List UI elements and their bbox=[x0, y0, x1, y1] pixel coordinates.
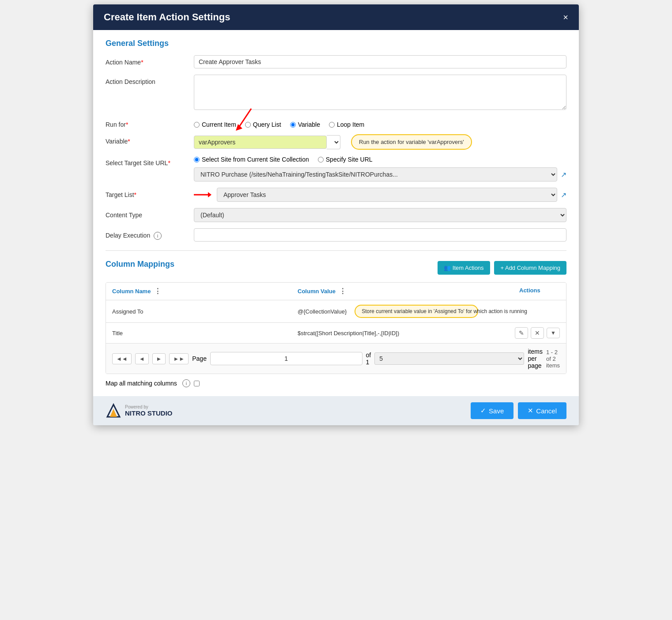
target-list-control: Approver Tasks ↗ bbox=[194, 188, 566, 202]
person-icon: 👥 bbox=[444, 265, 451, 271]
map-all-info-icon[interactable]: i bbox=[182, 379, 190, 387]
general-settings-title: General Settings bbox=[106, 39, 566, 48]
cancel-button[interactable]: ✕ Cancel bbox=[518, 402, 566, 419]
x-icon: ✕ bbox=[528, 407, 533, 415]
action-desc-row: Action Description bbox=[106, 75, 566, 111]
logo-text: Powered by NITRO STUDIO bbox=[125, 405, 173, 417]
items-per-page-label: items per page bbox=[528, 348, 542, 369]
variable-row: Variable* varApprovers bbox=[106, 134, 566, 150]
assigned-to-col-value: @{CollectionValue} Store current variabl… bbox=[291, 300, 513, 322]
title-col-value: $strcat([Short Description|Title],-,[ID|… bbox=[291, 325, 509, 341]
svg-marker-3 bbox=[208, 192, 211, 197]
first-page-button[interactable]: ◄◄ bbox=[112, 353, 132, 364]
col-name-header: Column Name ⋮ bbox=[106, 283, 291, 300]
title-col-name: Title bbox=[106, 325, 291, 341]
assigned-to-col-name: Assigned To bbox=[106, 304, 291, 319]
logo-area: Powered by NITRO STUDIO bbox=[106, 403, 173, 419]
delay-info-icon[interactable]: i bbox=[154, 232, 162, 240]
target-site-control: Select Site from Current Site Collection… bbox=[194, 156, 566, 181]
variable-control: varApprovers Run the action for variable… bbox=[194, 134, 566, 150]
column-mappings-table: Column Name ⋮ Column Value ⋮ Actions Ass… bbox=[106, 282, 566, 374]
site-external-link-icon[interactable]: ↗ bbox=[561, 170, 566, 179]
action-name-input[interactable] bbox=[194, 55, 566, 68]
col-actions-header: Actions bbox=[513, 283, 566, 300]
assigned-to-tooltip: Store current variable value in 'Assigne… bbox=[355, 305, 478, 318]
col-name-menu-icon[interactable]: ⋮ bbox=[154, 287, 161, 295]
target-list-select[interactable]: Approver Tasks bbox=[217, 188, 557, 202]
run-for-row: Run for* Current Item Query List Variabl… bbox=[106, 117, 566, 128]
map-all-checkbox[interactable] bbox=[194, 381, 200, 386]
site-url-select[interactable]: NITRO Purchase (/sites/NehaTraining/Test… bbox=[194, 167, 557, 181]
page-label: Page bbox=[192, 355, 207, 362]
delay-execution-row: Delay Execution i bbox=[106, 228, 566, 242]
variable-tooltip: Run the action for variable 'varApprover… bbox=[351, 134, 472, 150]
target-list-external-link-icon[interactable]: ↗ bbox=[561, 191, 566, 199]
action-desc-input[interactable] bbox=[194, 75, 566, 110]
action-name-row: Action Name* bbox=[106, 55, 566, 68]
site-url-options: Select Site from Current Site Collection… bbox=[194, 156, 566, 163]
table-row: Assigned To @{CollectionValue} Store cur… bbox=[106, 300, 566, 323]
target-site-row: Select Target Site URL* Select Site from… bbox=[106, 156, 566, 181]
create-item-action-modal: Create Item Action Settings × General Se… bbox=[93, 4, 579, 425]
delay-execution-control bbox=[194, 228, 566, 242]
target-list-input-row: Approver Tasks ↗ bbox=[194, 188, 566, 202]
save-button[interactable]: ✓ Save bbox=[471, 402, 513, 419]
delay-execution-label: Delay Execution i bbox=[106, 228, 194, 240]
variable-input[interactable] bbox=[194, 136, 327, 149]
close-button[interactable]: × bbox=[563, 12, 568, 23]
variable-dropdown[interactable]: varApprovers bbox=[327, 135, 340, 149]
svg-line-0 bbox=[238, 109, 251, 129]
modal-footer: Powered by NITRO STUDIO ✓ Save ✕ Cancel bbox=[93, 396, 579, 425]
action-desc-label: Action Description bbox=[106, 75, 194, 85]
delay-execution-input[interactable] bbox=[194, 228, 566, 242]
content-type-select[interactable]: (Default) bbox=[194, 208, 566, 222]
per-page-select[interactable]: 5 10 25 bbox=[374, 352, 524, 365]
content-type-row: Content Type (Default) bbox=[106, 208, 566, 222]
content-type-control: (Default) bbox=[194, 208, 566, 222]
modal-title: Create Item Action Settings bbox=[104, 11, 230, 23]
radio-variable[interactable]: Variable bbox=[290, 121, 320, 128]
column-mappings-header: Column Mappings 👥 Item Actions + Add Col… bbox=[106, 260, 566, 276]
column-mappings-buttons: 👥 Item Actions + Add Column Mapping bbox=[438, 261, 566, 275]
items-info: 1 - 2 of 2 items bbox=[546, 349, 560, 369]
title-actions: ✎ ✕ ▼ bbox=[509, 323, 566, 343]
prev-page-button[interactable]: ◄ bbox=[135, 353, 149, 364]
section-divider bbox=[106, 250, 566, 251]
action-name-control bbox=[194, 55, 566, 68]
edit-row-button[interactable]: ✎ bbox=[515, 327, 528, 339]
svg-marker-1 bbox=[236, 124, 242, 131]
assigned-to-actions bbox=[513, 307, 566, 316]
page-number-input[interactable] bbox=[210, 352, 362, 365]
radio-loop-item[interactable]: Loop Item bbox=[329, 121, 364, 128]
pagination-row: ◄◄ ◄ ► ►► Page of 1 5 10 25 items per pa… bbox=[106, 344, 566, 374]
modal-body: General Settings Action Name* Action Des… bbox=[93, 30, 579, 396]
delete-row-button[interactable]: ✕ bbox=[531, 327, 544, 339]
radio-site-collection[interactable]: Select Site from Current Site Collection bbox=[194, 156, 309, 163]
map-all-row: Map all matching columns i bbox=[106, 379, 566, 387]
variable-label: Variable* bbox=[106, 134, 194, 145]
nitro-logo-icon bbox=[106, 403, 121, 419]
item-actions-button[interactable]: 👥 Item Actions bbox=[438, 261, 490, 275]
site-select-row: NITRO Purchase (/sites/NehaTraining/Test… bbox=[194, 167, 566, 181]
map-all-label: Map all matching columns bbox=[106, 380, 177, 387]
table-row: Title $strcat([Short Description|Title],… bbox=[106, 323, 566, 344]
target-list-label: Column Name Target List* bbox=[106, 188, 194, 198]
add-column-mapping-button[interactable]: + Add Column Mapping bbox=[494, 261, 566, 275]
run-for-label: Run for* bbox=[106, 117, 194, 128]
modal-header: Create Item Action Settings × bbox=[93, 4, 579, 30]
checkmark-icon: ✓ bbox=[480, 407, 486, 415]
variable-input-row: varApprovers bbox=[194, 135, 340, 149]
column-mappings-title: Column Mappings bbox=[106, 260, 174, 269]
target-list-row: Column Name Target List* Approver Tasks … bbox=[106, 188, 566, 202]
of-label: of 1 bbox=[366, 352, 371, 366]
move-down-button[interactable]: ▼ bbox=[547, 328, 560, 338]
content-type-label: Content Type bbox=[106, 208, 194, 219]
action-name-label: Action Name* bbox=[106, 55, 194, 66]
col-value-header: Column Value ⋮ bbox=[291, 283, 513, 300]
target-list-arrow bbox=[194, 190, 211, 199]
col-value-menu-icon[interactable]: ⋮ bbox=[339, 287, 346, 295]
next-page-button[interactable]: ► bbox=[152, 353, 166, 364]
last-page-button[interactable]: ►► bbox=[169, 353, 189, 364]
radio-specify-url[interactable]: Specify Site URL bbox=[318, 156, 373, 163]
target-site-label: Select Target Site URL* bbox=[106, 156, 194, 166]
